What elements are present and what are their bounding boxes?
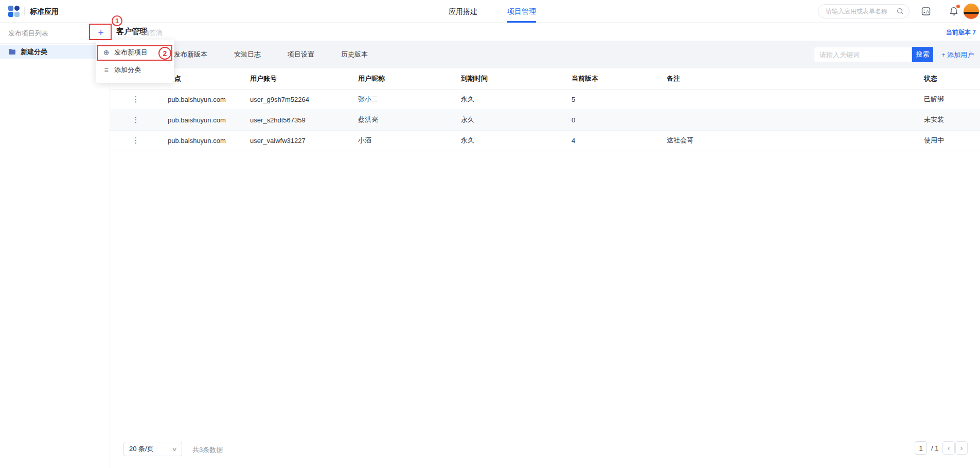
keyword-search-box[interactable] [814, 47, 912, 62]
sidebar-item-label: 新建分类 [21, 47, 47, 57]
list-icon: ≡ [102, 66, 110, 74]
col-header-site: 站点 [162, 68, 244, 89]
add-project-dropdown-menu: ⊕ 发布新项目 ≡ 添加分类 [96, 40, 174, 83]
table-row: ⋮ pub.baishuyun.com user_s2hdt567359 蔡洪亮… [110, 110, 980, 130]
cell-account: user_g9sh7m52264 [244, 89, 352, 110]
add-user-button[interactable]: + 添加用户 [941, 50, 974, 60]
sidebar-header: 发布项目列表 + [0, 23, 110, 44]
contacts-icon[interactable]: A [920, 5, 932, 17]
search-icon [897, 8, 904, 15]
col-header-version: 当前版本 [565, 68, 661, 89]
status-badge: 未安装 [918, 110, 980, 130]
project-title-row: 客户管理 滴答滴 当前版本 7 [110, 23, 980, 41]
tab-project-settings[interactable]: 项目设置 [288, 50, 314, 59]
cell-version: 4 [565, 130, 661, 151]
page-size-select[interactable]: 20 条/页 ∨ [123, 442, 182, 456]
menu-item-label: 添加分类 [114, 65, 141, 75]
current-version-label[interactable]: 当前版本 7 [946, 28, 976, 37]
folder-icon [8, 48, 16, 55]
sidebar: 发布项目列表 + 新建分类 [0, 23, 110, 468]
cell-site: pub.baishuyun.com [162, 130, 244, 151]
nav-tab-project-management[interactable]: 项目管理 [507, 0, 536, 23]
page-indicator: / 1 [931, 444, 938, 452]
project-toolbar: 发布新版本 安装日志 项目设置 历史版本 搜索 + 添加用户 [110, 41, 980, 68]
menu-item-add-category[interactable]: ≡ 添加分类 [96, 61, 174, 79]
tab-history-versions[interactable]: 历史版本 [341, 50, 368, 59]
status-badge[interactable]: 使用中 [918, 130, 980, 151]
global-search-input[interactable] [826, 8, 897, 15]
sidebar-item-category[interactable]: 新建分类 [0, 45, 110, 59]
row-actions-kebab-icon[interactable]: ⋮ [132, 95, 140, 103]
table-header-row: 站点 用户账号 用户昵称 到期时间 当前版本 备注 状态 [110, 68, 980, 89]
nav-tab-app-build[interactable]: 应用搭建 [449, 0, 477, 23]
top-header: 标准应用 应用搭建 项目管理 A [0, 0, 980, 23]
row-actions-kebab-icon[interactable]: ⋮ [132, 115, 140, 124]
app-logo-icon[interactable] [8, 6, 20, 17]
svg-text:A: A [926, 9, 929, 14]
cell-expire: 永久 [455, 130, 565, 151]
tab-publish-new-version[interactable]: 发布新版本 [174, 50, 207, 59]
user-avatar[interactable] [964, 4, 979, 19]
col-header-remark: 备注 [661, 68, 918, 89]
add-project-plus-button[interactable]: + [94, 26, 108, 40]
col-header-account: 用户账号 [244, 68, 352, 89]
table-row: ⋮ pub.baishuyun.com user_g9sh7m52264 张小二… [110, 89, 980, 110]
tab-install-log[interactable]: 安装日志 [234, 50, 261, 59]
cell-version: 0 [565, 110, 661, 130]
notification-badge [956, 5, 960, 8]
row-actions-kebab-icon[interactable]: ⋮ [132, 136, 140, 145]
page-size-value: 20 条/页 [129, 444, 154, 454]
cell-expire: 永久 [455, 110, 565, 130]
next-page-button[interactable]: › [955, 441, 968, 455]
menu-item-publish-new-project[interactable]: ⊕ 发布新项目 [96, 44, 174, 61]
current-page-box[interactable]: 1 [915, 441, 927, 455]
cell-nickname: 小酒 [352, 130, 455, 151]
status-badge[interactable]: 已解绑 [918, 89, 980, 110]
sidebar-title: 发布项目列表 [8, 29, 48, 38]
user-table: 站点 用户账号 用户昵称 到期时间 当前版本 备注 状态 ⋮ pub.baish… [110, 68, 980, 151]
cell-version: 5 [565, 89, 661, 110]
cell-remark [661, 89, 918, 110]
col-header-status: 状态 [918, 68, 980, 89]
cell-site: pub.baishuyun.com [162, 89, 244, 110]
app-title: 标准应用 [30, 7, 59, 16]
menu-item-label: 发布新项目 [114, 48, 148, 57]
prev-page-button[interactable]: ‹ [942, 441, 955, 455]
table-row: ⋮ pub.baishuyun.com user_vaiwfw31227 小酒 … [110, 130, 980, 151]
keyword-input[interactable] [819, 47, 906, 62]
global-search-box[interactable] [818, 4, 910, 19]
col-header-nickname: 用户昵称 [352, 68, 455, 89]
cell-nickname: 蔡洪亮 [352, 110, 455, 130]
col-header-expire: 到期时间 [455, 68, 565, 89]
cell-account: user_s2hdt567359 [244, 110, 352, 130]
main-content: 客户管理 滴答滴 当前版本 7 发布新版本 安装日志 项目设置 历史版本 搜索 … [110, 23, 980, 468]
cell-expire: 永久 [455, 89, 565, 110]
cell-remark [661, 110, 918, 130]
pagination-total: 共3条数据 [192, 445, 223, 455]
notification-bell-icon[interactable] [948, 5, 960, 17]
search-button[interactable]: 搜索 [912, 47, 933, 62]
chevron-down-icon: ∨ [171, 446, 177, 453]
header-divider [24, 7, 25, 15]
cell-nickname: 张小二 [352, 89, 455, 110]
cell-site: pub.baishuyun.com [162, 110, 244, 130]
page-subtitle: 滴答滴 [142, 28, 163, 38]
cell-remark: 这社会哥 [661, 130, 918, 151]
circle-plus-icon: ⊕ [102, 48, 110, 57]
cell-account: user_vaiwfw31227 [244, 130, 352, 151]
